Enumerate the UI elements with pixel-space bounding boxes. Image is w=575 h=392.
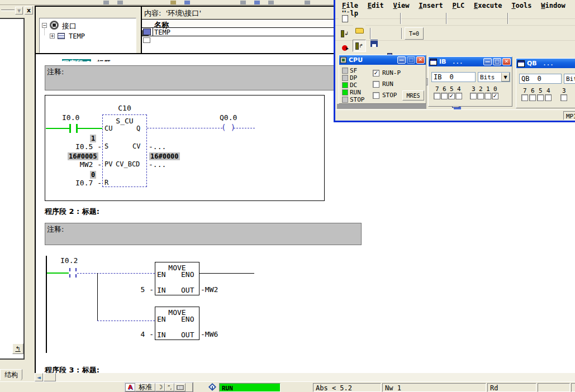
menu-plc[interactable]: PLC xyxy=(452,2,464,9)
move1-in: IN xyxy=(157,286,166,294)
qb-format-dropdown[interactable]: Bits xyxy=(564,74,575,84)
ib-bit-label-2: 2 xyxy=(479,85,483,93)
qb-window-title: QB xyxy=(527,60,537,67)
menu-insert[interactable]: Insert xyxy=(419,2,443,9)
qb-bit6-checkbox[interactable] xyxy=(529,94,536,101)
ib-bit3-checkbox[interactable] xyxy=(470,93,477,99)
ib-bit1-checkbox[interactable] xyxy=(484,93,491,99)
ime-toolbar[interactable]: A 标准 ☽ ”, xyxy=(124,382,193,392)
ib-bit6-checkbox[interactable] xyxy=(441,93,448,99)
qb-bit5-checkbox[interactable] xyxy=(537,94,544,101)
tree-item-temp[interactable]: TEMP xyxy=(69,32,85,40)
table-cell-name[interactable]: TEMP xyxy=(154,28,170,36)
record-icon: ➤ xyxy=(342,45,348,51)
run-label: RUN xyxy=(382,80,393,88)
ime-softkeyboard-button[interactable] xyxy=(174,383,186,391)
contact-i02-bar[interactable] xyxy=(69,268,70,278)
ib-bit5-checkbox[interactable]: ✓ xyxy=(448,93,455,99)
tree-item-interface[interactable]: 接口 xyxy=(62,21,77,31)
network1-title[interactable]: 程序段 1: 标题: xyxy=(45,55,212,61)
overview-sort-button[interactable]: ↰ xyxy=(12,343,23,354)
mres-button[interactable]: MRES xyxy=(402,90,424,101)
move1-in-operand: 5 - xyxy=(134,286,154,293)
contact-i02-label: I0.2 xyxy=(60,257,78,264)
ib-format-dropdown-button[interactable]: ▼ xyxy=(501,73,510,82)
ib-close-button[interactable]: ✕ xyxy=(502,58,511,65)
qb-title-dots: . . . xyxy=(544,61,553,66)
row-selector-icon xyxy=(143,28,151,35)
ib-bit0-checkbox[interactable]: ✓ xyxy=(492,93,498,99)
ib-titlebar[interactable]: IB . . . — □ ✕ xyxy=(429,57,512,66)
single-scan-button[interactable]: ↲ xyxy=(339,27,351,40)
counter-block-scu[interactable]: S_CU CU Q S CV PV CV_BCD R xyxy=(102,114,147,187)
tree-collapse-box[interactable]: − xyxy=(42,23,47,28)
ib-bit2-checkbox[interactable] xyxy=(477,93,484,99)
cpu-close-button[interactable]: ✕ xyxy=(416,56,425,64)
cpu-maximize-button[interactable]: □ xyxy=(407,56,415,64)
interface-tree-pane[interactable]: − 接口 + TEMP xyxy=(39,18,136,53)
menu-tools[interactable]: Tools xyxy=(511,2,531,9)
ib-maximize-button[interactable]: □ xyxy=(493,58,501,65)
new-file-button[interactable] xyxy=(339,12,351,25)
scrollbar-thumb[interactable] xyxy=(44,373,56,381)
run-checkbox[interactable] xyxy=(373,81,379,88)
ib-bit7-checkbox[interactable] xyxy=(434,93,440,99)
record-playback-button[interactable]: ➤ xyxy=(339,42,351,54)
ime-punctuation-button[interactable]: ”, xyxy=(165,383,174,391)
toolbar-fragment-icon xyxy=(268,1,274,4)
monitor-value-r: 0 xyxy=(90,171,96,179)
ime-fullhalf-button[interactable]: ☽ xyxy=(155,383,165,391)
ib-bit4-checkbox[interactable] xyxy=(455,93,462,99)
qb-address-field[interactable]: QB 0 xyxy=(519,74,562,84)
led-sf-label: SF xyxy=(350,67,357,74)
overview-close-button[interactable]: x xyxy=(25,6,33,15)
interface-icon-core xyxy=(53,23,56,27)
reset-timers-button[interactable]: T=0 xyxy=(405,27,424,40)
abs-status-label: Abs < 5.2 xyxy=(316,384,352,392)
tree-expand-box[interactable]: + xyxy=(50,34,55,39)
menu-edit[interactable]: Edit xyxy=(368,2,384,9)
stop-checkbox[interactable] xyxy=(373,92,379,99)
cpu-minimize-button[interactable]: — xyxy=(397,56,406,64)
move2-block[interactable]: MOVE EN ENO IN OUT xyxy=(155,307,199,340)
menu-execute[interactable]: Execute xyxy=(474,2,502,9)
qb-bit3-checkbox[interactable] xyxy=(560,94,567,101)
qb-window[interactable]: QB . . . — QB 0 Bits 7 6 5 4 3 xyxy=(516,58,575,108)
cpu-window[interactable]: CPU — □ ✕ SF DP DC RUN xyxy=(339,55,426,104)
counter-name-label[interactable]: C10 xyxy=(102,104,147,112)
network2-comment-box[interactable]: 注释: xyxy=(45,223,362,245)
structure-tab[interactable]: 结构 xyxy=(0,369,22,380)
ib-window[interactable]: IB . . . — □ ✕ IB 0 Bits ▼ 7 6 xyxy=(428,56,512,107)
contact-i00-label: I0.0 xyxy=(62,114,79,121)
qb-titlebar[interactable]: QB . . . — xyxy=(516,59,575,68)
contact-i02-bar[interactable] xyxy=(75,268,77,278)
contents-header: 内容: '环境\接口' xyxy=(144,8,201,18)
contact-i00-bar[interactable] xyxy=(69,124,71,133)
network2-title[interactable]: 程序段 2 : 标题: xyxy=(45,207,99,217)
ib-minimize-button[interactable]: — xyxy=(483,58,492,65)
ib-address-field[interactable]: IB 0 xyxy=(431,72,476,82)
ime-logo-icon[interactable]: A xyxy=(125,383,135,391)
led-dp-label: DP xyxy=(350,74,357,82)
horizontal-scrollbar[interactable]: ◄ xyxy=(35,373,575,381)
ime-mode-button[interactable]: 标准 xyxy=(135,383,155,391)
qb-bit4-checkbox[interactable] xyxy=(545,94,552,101)
network1-comment-box[interactable]: 注释: xyxy=(45,65,362,90)
plcsim-window[interactable]: File Edit View Insert PLC Execute Tools … xyxy=(334,0,575,122)
cpu-titlebar[interactable]: CPU — □ ✕ xyxy=(339,55,426,65)
network1-rung[interactable]: I0.0 C10 S_CU CU Q S CV PV CV_BCD R 1 I0… xyxy=(45,95,325,201)
ib-title-dots: . . . xyxy=(453,59,462,65)
runp-checkbox[interactable]: ✓ xyxy=(373,70,379,77)
tree-connector xyxy=(44,28,45,35)
move1-block[interactable]: MOVE EN ENO IN OUT xyxy=(155,262,199,295)
qb-bit7-checkbox[interactable] xyxy=(521,94,528,101)
scroll-left-button[interactable]: ◄ xyxy=(35,373,43,381)
menu-file[interactable]: File xyxy=(342,2,358,9)
ib-format-dropdown[interactable]: Bits ▼ xyxy=(478,72,510,82)
overview-listbox[interactable] xyxy=(0,18,25,360)
overview-combo-dropdown-button[interactable]: ▼ xyxy=(15,7,23,15)
menu-window[interactable]: Window xyxy=(541,2,565,9)
toolbar-separator xyxy=(400,13,401,24)
menu-view[interactable]: View xyxy=(393,2,410,9)
plcsim-toolbar-execute: ↲ ↱ +1 T=0 xyxy=(335,26,575,41)
